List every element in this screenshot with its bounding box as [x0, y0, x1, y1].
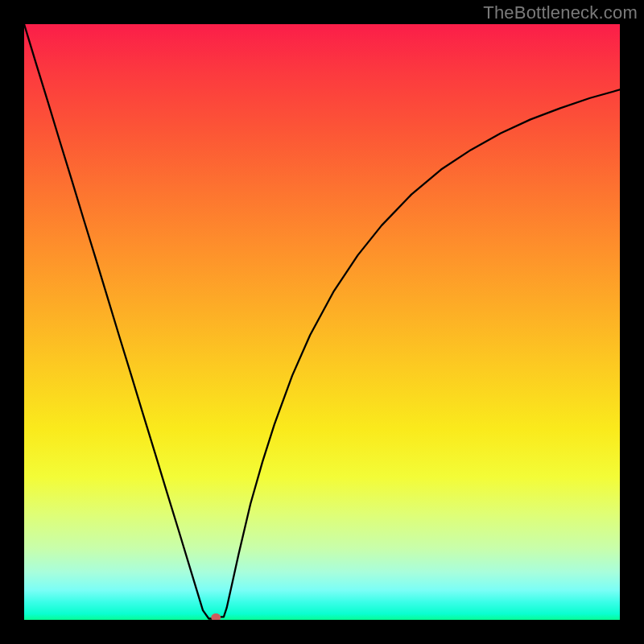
chart-svg	[24, 24, 620, 620]
plot-area	[24, 24, 620, 620]
bottleneck-curve	[24, 24, 620, 619]
vertex-marker	[211, 613, 221, 620]
watermark-text: TheBottleneck.com	[483, 2, 638, 23]
chart-frame: TheBottleneck.com	[0, 0, 644, 644]
